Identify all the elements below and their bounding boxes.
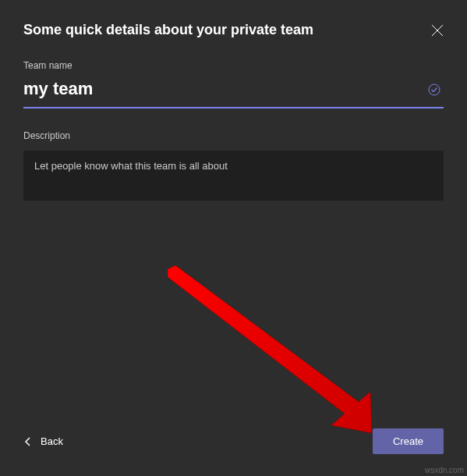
back-button[interactable]: Back [23, 431, 65, 452]
team-name-input[interactable] [23, 79, 420, 99]
svg-point-2 [429, 84, 440, 95]
chevron-left-icon [25, 437, 31, 446]
dialog-header: Some quick details about your private te… [23, 22, 444, 38]
dialog-title: Some quick details about your private te… [23, 22, 313, 38]
description-label: Description [23, 130, 444, 141]
team-name-field-wrapper [23, 79, 444, 108]
close-icon[interactable] [431, 24, 444, 37]
watermark: wsxdn.com [425, 466, 464, 474]
back-button-label: Back [41, 435, 63, 447]
create-button[interactable]: Create [373, 428, 444, 454]
create-team-dialog: Some quick details about your private te… [0, 0, 467, 476]
description-input[interactable] [23, 151, 444, 201]
validation-check-icon [428, 83, 440, 96]
dialog-footer: Back Create [23, 428, 444, 460]
team-name-label: Team name [23, 60, 444, 71]
